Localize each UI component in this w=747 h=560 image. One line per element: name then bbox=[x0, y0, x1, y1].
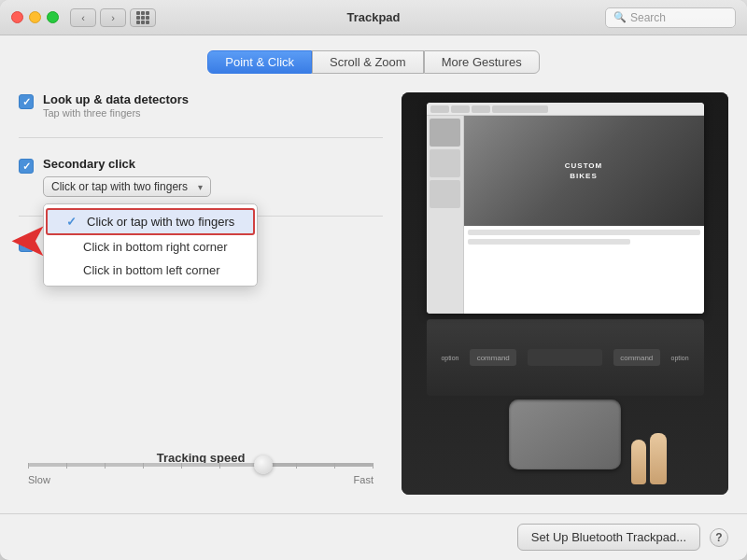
key-command-left: command bbox=[470, 349, 516, 366]
dropdown-menu: ✓ Click or tap with two fingers ✓ Click … bbox=[43, 203, 258, 287]
slider-fast-label: Fast bbox=[354, 474, 374, 485]
tab-more-gestures[interactable]: More Gestures bbox=[424, 50, 540, 74]
tick bbox=[28, 463, 29, 469]
setup-bluetooth-button[interactable]: Set Up Bluetooth Trackpad... bbox=[517, 524, 700, 551]
finger-2 bbox=[631, 440, 646, 484]
tick bbox=[334, 463, 335, 469]
dropdown-option-label: Click or tap with two fingers bbox=[87, 215, 234, 229]
lookup-label: Look up & data detectors bbox=[43, 92, 189, 106]
secondary-click-dropdown[interactable]: Click or tap with two fingers ▾ bbox=[43, 176, 211, 197]
key-option: option bbox=[441, 355, 458, 361]
tick bbox=[373, 463, 374, 469]
window: ‹ › Trackpad 🔍 Search Point & Click Scro… bbox=[0, 0, 747, 560]
fake-sidebar bbox=[427, 116, 464, 314]
toolbar-item bbox=[430, 105, 449, 113]
fake-hero-text: CUSTOMBIKES bbox=[565, 161, 603, 181]
tick bbox=[66, 463, 67, 469]
chevron-down-icon: ▾ bbox=[198, 182, 203, 192]
grid-view-button[interactable] bbox=[130, 8, 156, 27]
slider-ticks bbox=[28, 463, 374, 469]
lookup-setting: Look up & data detectors Tap with three … bbox=[19, 92, 383, 119]
minimize-button[interactable] bbox=[29, 11, 41, 23]
preview-screen: CUSTOMBIKES bbox=[427, 103, 704, 314]
fake-trackpad bbox=[509, 399, 621, 469]
tick bbox=[219, 463, 220, 469]
dropdown-option-label: Click in bottom left corner bbox=[83, 263, 220, 277]
fake-fingers bbox=[631, 433, 667, 484]
dropdown-value: Click or tap with two fingers bbox=[51, 180, 188, 193]
tracking-speed-section: Tracking speed bbox=[19, 451, 383, 495]
secondary-click-checkbox[interactable] bbox=[19, 159, 34, 174]
fake-screen-content: CUSTOMBIKES bbox=[427, 116, 704, 314]
forward-button[interactable]: › bbox=[100, 8, 126, 27]
right-panel: CUSTOMBIKES option bbox=[402, 92, 728, 495]
help-button[interactable]: ? bbox=[710, 528, 728, 547]
nav-buttons: ‹ › bbox=[70, 8, 126, 27]
tab-point-click[interactable]: Point & Click bbox=[207, 50, 312, 74]
key-space bbox=[528, 349, 602, 366]
dropdown-option-bottom-left[interactable]: ✓ Click in bottom left corner bbox=[44, 259, 257, 282]
toolbar-item bbox=[451, 105, 470, 113]
key-command-right: command bbox=[613, 349, 660, 366]
main-layout: Look up & data detectors Tap with three … bbox=[19, 92, 728, 495]
fake-toolbar bbox=[427, 103, 704, 116]
slider-thumb[interactable] bbox=[254, 455, 273, 474]
toolbar-item bbox=[472, 105, 490, 113]
tab-scroll-zoom[interactable]: Scroll & Zoom bbox=[312, 50, 424, 74]
close-button[interactable] bbox=[11, 11, 23, 23]
slider-slow-label: Slow bbox=[28, 474, 50, 485]
search-placeholder: Search bbox=[630, 11, 666, 24]
window-title: Trackpad bbox=[346, 10, 400, 24]
tabs-container: Point & Click Scroll & Zoom More Gesture… bbox=[19, 50, 728, 74]
fake-hero: CUSTOMBIKES bbox=[464, 116, 704, 226]
lookup-text: Look up & data detectors Tap with three … bbox=[43, 92, 189, 119]
red-arrow-icon: ➤ bbox=[9, 213, 49, 267]
dropdown-option-two-fingers[interactable]: ✓ Click or tap with two fingers bbox=[46, 208, 255, 235]
traffic-lights bbox=[11, 11, 59, 23]
finger-1 bbox=[650, 433, 667, 484]
fingers-group bbox=[631, 433, 667, 484]
checkmark-icon-empty2: ✓ bbox=[63, 263, 76, 277]
content-area: Point & Click Scroll & Zoom More Gesture… bbox=[0, 35, 747, 513]
macbook-preview: CUSTOMBIKES option bbox=[402, 92, 728, 495]
tick bbox=[181, 463, 182, 469]
secondary-click-label: Secondary click bbox=[43, 157, 211, 171]
checkmark-icon: ✓ bbox=[66, 215, 79, 229]
dropdown-option-bottom-right[interactable]: ✓ Click in bottom right corner bbox=[44, 235, 257, 259]
fake-main-content: CUSTOMBIKES bbox=[464, 116, 704, 314]
fake-trackpad-area bbox=[427, 399, 704, 483]
secondary-click-section: Secondary click Click or tap with two fi… bbox=[19, 157, 383, 197]
thumb bbox=[430, 149, 460, 177]
slider-labels: Slow Fast bbox=[28, 474, 374, 485]
search-icon: 🔍 bbox=[613, 11, 627, 23]
search-box[interactable]: 🔍 Search bbox=[605, 7, 736, 28]
key-option-right: option bbox=[671, 355, 689, 361]
checkmark-icon-empty: ✓ bbox=[63, 240, 76, 254]
dropdown-option-label: Click in bottom right corner bbox=[83, 240, 228, 254]
left-panel: Look up & data detectors Tap with three … bbox=[19, 92, 383, 495]
thumb bbox=[430, 180, 460, 208]
fake-keyboard: option command command option bbox=[427, 319, 704, 396]
title-bar: ‹ › Trackpad 🔍 Search bbox=[0, 0, 747, 35]
tick bbox=[296, 463, 297, 469]
back-button[interactable]: ‹ bbox=[70, 8, 96, 27]
divider-1 bbox=[19, 137, 383, 138]
slider-container: Slow Fast bbox=[19, 463, 383, 485]
slider-track bbox=[28, 463, 374, 467]
tick bbox=[143, 463, 144, 469]
lookup-sublabel: Tap with three fingers bbox=[43, 107, 189, 119]
fake-content-rows bbox=[464, 226, 704, 248]
lookup-checkbox[interactable] bbox=[19, 94, 34, 109]
thumb-active bbox=[430, 119, 460, 147]
secondary-click-content: Secondary click Click or tap with two fi… bbox=[43, 157, 211, 197]
maximize-button[interactable] bbox=[47, 11, 59, 23]
bottom-bar: Set Up Bluetooth Trackpad... ? bbox=[0, 513, 747, 560]
grid-icon bbox=[136, 11, 149, 24]
toolbar-item bbox=[492, 105, 548, 113]
tick bbox=[105, 463, 106, 469]
